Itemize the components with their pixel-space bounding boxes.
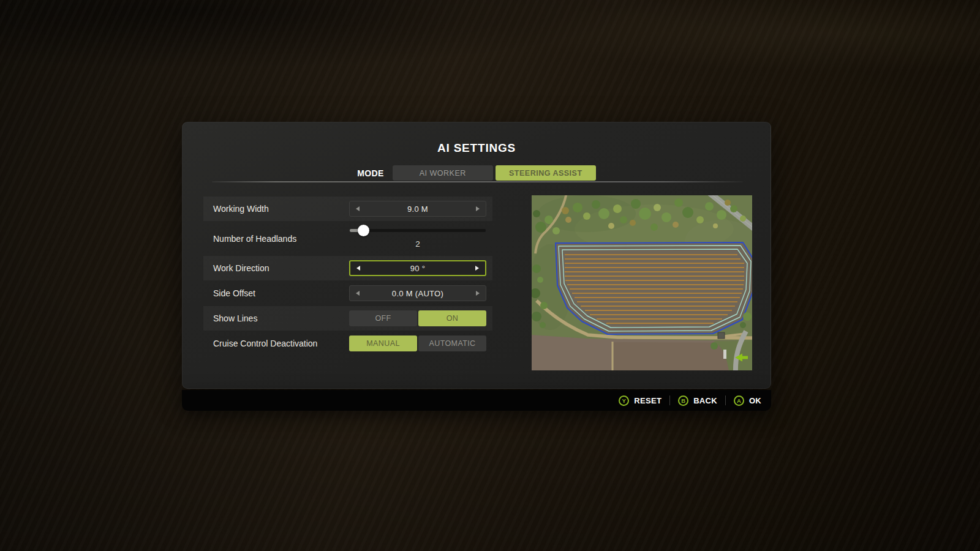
- tab-steering-assist[interactable]: STEERING ASSIST: [496, 165, 596, 181]
- chevron-right-icon[interactable]: [475, 266, 479, 271]
- side-offset-label: Side Offset: [203, 288, 255, 298]
- show-lines-toggle: OFF ON: [349, 310, 486, 326]
- mode-row: MODE AI WORKER STEERING ASSIST: [183, 165, 771, 181]
- setting-row-number-of-headlands: Number of Headlands 2: [203, 221, 492, 256]
- setting-row-show-lines: Show Lines OFF ON: [203, 306, 492, 331]
- working-width-value: 9.0 M: [360, 204, 476, 214]
- footer-divider: [669, 395, 670, 405]
- mode-tabs: AI WORKER STEERING ASSIST: [393, 165, 596, 181]
- footer-bar: Y RESET B BACK A OK: [182, 390, 771, 411]
- side-offset-value: 0.0 M (AUTO): [360, 289, 476, 298]
- cruise-automatic-button[interactable]: AUTOMATIC: [418, 335, 486, 351]
- chevron-right-icon[interactable]: [476, 206, 480, 211]
- headlands-slider: 2: [350, 226, 486, 249]
- ai-settings-dialog: AI SETTINGS MODE AI WORKER STEERING ASSI…: [182, 122, 771, 389]
- work-direction-label: Work Direction: [203, 263, 270, 273]
- back-button[interactable]: B BACK: [678, 395, 717, 406]
- headlands-slider-knob[interactable]: [358, 225, 369, 236]
- footer-divider: [725, 395, 726, 405]
- headlands-slider-track[interactable]: [350, 229, 486, 232]
- reset-button[interactable]: Y RESET: [619, 395, 662, 406]
- field-preview-map: [532, 195, 752, 370]
- cruise-control-toggle: MANUAL AUTOMATIC: [349, 335, 486, 351]
- setting-row-working-width: Working Width 9.0 M: [203, 197, 492, 221]
- show-lines-on-button[interactable]: ON: [418, 310, 486, 326]
- mode-label: MODE: [357, 168, 384, 178]
- ok-button[interactable]: A OK: [734, 395, 761, 406]
- setting-row-cruise-control-deactivation: Cruise Control Deactivation MANUAL AUTOM…: [203, 331, 492, 356]
- cruise-control-deactivation-label: Cruise Control Deactivation: [203, 339, 317, 348]
- work-direction-stepper[interactable]: 90 °: [349, 260, 486, 276]
- header-separator: [212, 181, 743, 182]
- show-lines-off-button[interactable]: OFF: [349, 310, 417, 326]
- setting-row-work-direction: Work Direction 90 °: [203, 256, 492, 280]
- headlands-value: 2: [350, 239, 486, 249]
- working-width-stepper[interactable]: 9.0 M: [349, 201, 486, 217]
- gamepad-y-icon: Y: [619, 395, 629, 406]
- number-of-headlands-label: Number of Headlands: [203, 234, 296, 244]
- working-width-label: Working Width: [203, 204, 269, 214]
- cruise-manual-button[interactable]: MANUAL: [349, 335, 417, 351]
- page-title: AI SETTINGS: [183, 141, 771, 155]
- show-lines-label: Show Lines: [203, 313, 257, 323]
- gamepad-b-icon: B: [678, 395, 688, 406]
- work-direction-value: 90 °: [360, 264, 475, 273]
- setting-row-side-offset: Side Offset 0.0 M (AUTO): [203, 281, 492, 305]
- side-offset-stepper[interactable]: 0.0 M (AUTO): [349, 285, 486, 301]
- chevron-right-icon[interactable]: [476, 291, 480, 296]
- tab-ai-worker[interactable]: AI WORKER: [393, 165, 493, 181]
- gamepad-a-icon: A: [734, 395, 744, 406]
